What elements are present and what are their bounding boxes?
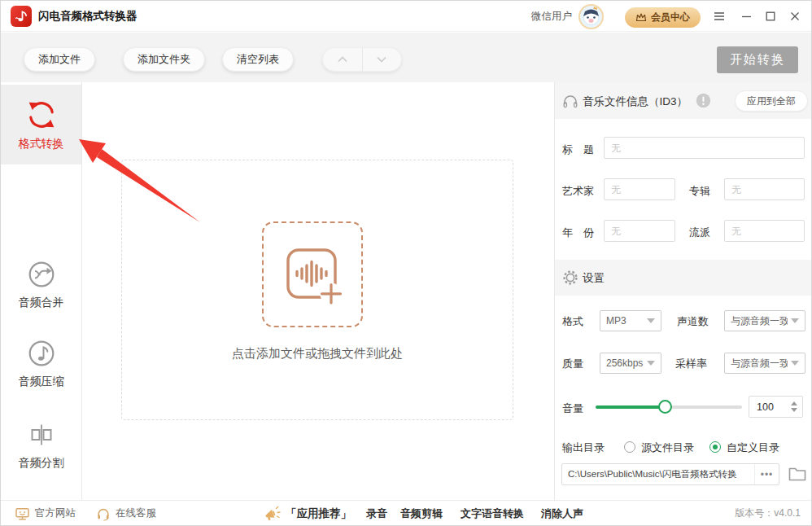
channels-label: 声道数: [677, 314, 709, 329]
spinner-down-icon[interactable]: [791, 408, 797, 412]
volume-slider[interactable]: [596, 405, 742, 409]
info-icon[interactable]: [696, 93, 711, 108]
dropdown-caret-icon: [647, 318, 655, 323]
reorder-buttons: [322, 47, 402, 72]
sidebar-item-label: 音频合并: [1, 296, 81, 310]
radio-custom-dir-label[interactable]: 自定义目录: [727, 441, 779, 455]
footer-link-record[interactable]: 录音: [366, 501, 387, 526]
settings-section-title: 设置: [583, 271, 605, 286]
output-path-wrap: •••: [561, 463, 779, 485]
radio-source-dir[interactable]: [624, 441, 635, 453]
sidebar-item-format-convert[interactable]: 格式转换: [1, 85, 81, 164]
close-button[interactable]: [787, 9, 803, 24]
artist-field-input[interactable]: [604, 178, 675, 200]
sidebar-item-label: 格式转换: [1, 137, 81, 151]
title-field-label: 标 题: [562, 142, 594, 157]
settings-section-header: 设置: [555, 260, 812, 296]
title-field-input[interactable]: [604, 137, 805, 159]
volume-value: 100: [749, 401, 789, 413]
chevron-down-icon: [376, 56, 387, 63]
samplerate-value: 与源音频一致: [731, 357, 788, 370]
add-files-target[interactable]: [262, 221, 363, 327]
drop-hint-text: 点击添加文件或拖拽文件到此处: [122, 346, 513, 362]
move-down-button[interactable]: [363, 48, 402, 71]
apply-to-all-button[interactable]: 应用到全部: [735, 90, 808, 112]
samplerate-label: 采样率: [675, 357, 707, 371]
folder-icon: [788, 466, 807, 483]
artist-field-label: 艺术家: [562, 184, 594, 199]
refresh-icon: [1, 99, 81, 130]
account-name[interactable]: 微信用户: [531, 1, 572, 32]
online-support-label: 在线客服: [116, 506, 156, 520]
dropdown-caret-icon: [647, 361, 655, 366]
merge-icon: [1, 260, 81, 289]
genre-field-label: 流派: [689, 226, 710, 240]
spinner-up-icon[interactable]: [791, 401, 797, 405]
dropdown-caret-icon: [791, 318, 799, 323]
format-value: MP3: [606, 315, 644, 327]
megaphone-icon: [263, 505, 281, 523]
app-window: 闪电音频格式转换器 微信用户 会员中心: [0, 0, 812, 526]
gear-icon: [562, 270, 578, 286]
format-dropdown[interactable]: MP3: [600, 310, 661, 331]
version-label: 版本号：v4.0.1: [735, 501, 801, 526]
user-avatar[interactable]: [578, 4, 604, 29]
samplerate-dropdown[interactable]: 与源音频一致: [724, 353, 805, 374]
radio-custom-dir[interactable]: [709, 441, 721, 453]
output-path-input[interactable]: [562, 470, 754, 480]
start-convert-button[interactable]: 开始转换: [717, 46, 798, 73]
toolbar: 添加文件 添加文件夹 清空列表 开始转换: [1, 33, 811, 82]
add-folder-button[interactable]: 添加文件夹: [123, 47, 205, 72]
crown-icon: [635, 12, 647, 23]
file-list-area: 点击添加文件或拖拽文件到此处: [82, 82, 554, 500]
official-site-link[interactable]: 官方网站: [15, 501, 76, 526]
minimize-button[interactable]: [738, 9, 754, 24]
footer-bar: 官方网站 在线客服 「应用推荐」 录音 音频剪辑 文: [1, 500, 811, 525]
title-bar: 闪电音频格式转换器 微信用户 会员中心: [1, 1, 811, 32]
music-note-icon: [1, 339, 81, 368]
online-support-link[interactable]: 在线客服: [96, 501, 156, 526]
album-field-label: 专辑: [689, 184, 710, 199]
genre-field-input[interactable]: [724, 220, 805, 242]
id3-section-header: 音乐文件信息（ID3） 应用到全部: [555, 82, 812, 119]
volume-spinner[interactable]: [789, 401, 802, 412]
album-field-input[interactable]: [724, 178, 805, 200]
volume-slider-handle[interactable]: [658, 400, 672, 414]
chevron-up-icon: [337, 56, 348, 63]
menu-button[interactable]: [711, 9, 727, 24]
headset-icon: [96, 506, 111, 521]
sidebar-item-audio-compress[interactable]: 音频压缩: [1, 339, 81, 389]
sidebar: 格式转换 音频合并 音频压缩: [1, 82, 82, 500]
maximize-icon: [766, 11, 775, 21]
open-folder-button[interactable]: [786, 464, 808, 484]
footer-link-vocal-remove[interactable]: 消除人声: [541, 501, 583, 526]
sidebar-item-label: 音频分割: [1, 456, 81, 471]
split-icon: [1, 420, 81, 449]
browse-more-button[interactable]: •••: [754, 464, 779, 484]
dropdown-caret-icon: [791, 361, 799, 366]
app-logo-icon: [11, 6, 32, 27]
drop-zone[interactable]: 点击添加文件或拖拽文件到此处: [121, 160, 513, 420]
sidebar-item-audio-split[interactable]: 音频分割: [1, 420, 81, 471]
quality-value: 256kbps: [606, 357, 644, 369]
quality-dropdown[interactable]: 256kbps: [600, 353, 661, 374]
footer-link-tts[interactable]: 文字语音转换: [461, 501, 524, 526]
member-center-label: 会员中心: [651, 11, 690, 24]
headphones-icon: [562, 93, 578, 109]
app-recommend-label: 「应用推荐」: [286, 506, 351, 521]
move-up-button[interactable]: [323, 48, 363, 71]
add-file-button[interactable]: 添加文件: [24, 47, 95, 72]
audio-waveform-add-icon: [280, 242, 345, 307]
quality-label: 质量: [562, 357, 583, 371]
member-center-button[interactable]: 会员中心: [625, 7, 701, 28]
output-dir-label: 输出目录: [562, 441, 605, 455]
year-field-input[interactable]: [604, 220, 675, 242]
channels-dropdown[interactable]: 与源音频一致: [724, 310, 805, 331]
maximize-button[interactable]: [762, 9, 779, 24]
sidebar-item-audio-merge[interactable]: 音频合并: [1, 260, 81, 310]
footer-link-audio-edit[interactable]: 音频剪辑: [400, 501, 443, 526]
clear-list-button[interactable]: 清空列表: [222, 47, 294, 72]
app-title: 闪电音频格式转换器: [38, 1, 138, 32]
volume-label: 音量: [562, 401, 583, 416]
radio-source-dir-label[interactable]: 源文件目录: [641, 441, 694, 455]
